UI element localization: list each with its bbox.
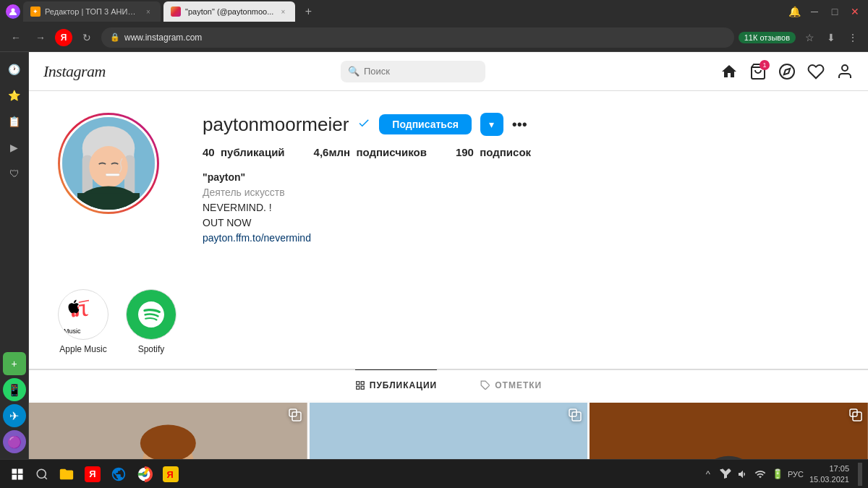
tray-volume[interactable] [736, 467, 750, 481]
url-text: www.instagram.com [124, 33, 726, 43]
main-area: 🕐 ⭐ 📋 ▶ 🛡 + 📱 ✈ 🟣 Instagram 🔍 [0, 52, 868, 459]
post-1[interactable] [29, 403, 307, 459]
post-2[interactable] [310, 403, 588, 459]
highlight-apple-music[interactable]: Music Apple Music [58, 289, 109, 354]
address-bar-right: ☆ ⬇ ⋮ [800, 28, 862, 47]
tray-wifi[interactable] [753, 467, 767, 481]
sidebar-whatsapp-icon[interactable]: 📱 [3, 378, 26, 401]
verified-icon [357, 116, 370, 133]
tab-instagram-title: "payton" (@paytonmoo... [185, 7, 273, 16]
svg-text:Я: Я [167, 468, 174, 479]
forward-button[interactable]: → [30, 27, 51, 48]
taskbar-clock: 17:05 15.03.2021 [809, 463, 849, 484]
taskbar-search-button[interactable] [32, 464, 52, 484]
post-3[interactable] [590, 403, 868, 459]
svg-text:Music: Music [64, 328, 81, 335]
sidebar-history-icon[interactable]: 🕐 [3, 58, 26, 81]
svg-point-10 [89, 146, 127, 187]
minimize-button[interactable]: ─ [807, 4, 822, 19]
sidebar-purple-icon[interactable]: 🟣 [3, 430, 26, 453]
title-bar-left: ✦ Редактор | ТОП 3 АНИМЕ × "payton" (@pa… [6, 1, 318, 22]
maximize-button[interactable]: □ [827, 4, 842, 19]
bookmark-addr-icon[interactable]: ☆ [800, 28, 819, 47]
sidebar-bookmark-icon[interactable]: ⭐ [3, 84, 26, 107]
instagram-search[interactable]: 🔍 [341, 61, 485, 82]
lock-icon: 🔒 [110, 33, 120, 42]
search-input[interactable] [364, 66, 478, 77]
profile-nav-icon[interactable] [836, 63, 854, 80]
tab-instagram-close[interactable]: × [278, 7, 288, 17]
followers-stat[interactable]: 4,6млн подписчиков [314, 146, 427, 158]
system-tray: ^ 🔋 РУС [701, 467, 804, 481]
profile-info: paytonmoormeier Подписаться ▾ ••• 40 [203, 113, 839, 246]
tab-editor[interactable]: ✦ Редактор | ТОП 3 АНИМЕ × [23, 1, 161, 22]
download-icon[interactable]: ⬇ [822, 28, 841, 47]
instagram-nav-icons: 1 [720, 63, 854, 80]
tab-tags[interactable]: ОТМЕТКИ [480, 369, 542, 401]
taskbar: Я Я ^ 🔋 РУС [0, 459, 868, 488]
taskbar-edge[interactable] [107, 463, 130, 486]
following-stat[interactable]: 190 подписок [456, 146, 531, 158]
browser-profile-icon[interactable] [6, 4, 20, 19]
tab-editor-close[interactable]: × [143, 7, 153, 17]
url-bar[interactable]: 🔒 www.instagram.com [101, 27, 734, 48]
reload-button[interactable]: ↻ [77, 27, 97, 48]
posts-count: 40 [203, 146, 215, 158]
post-2-multi-icon [569, 408, 582, 424]
follow-dropdown-button[interactable]: ▾ [480, 113, 503, 136]
followers-count: 4,6млн [314, 146, 351, 158]
sidebar-badge-icon[interactable]: 🛡 [3, 162, 26, 185]
tab-tags-label: ОТМЕТКИ [495, 380, 542, 390]
browser-sidebar: 🕐 ⭐ 📋 ▶ 🛡 + 📱 ✈ 🟣 [0, 52, 29, 459]
profile-top: paytonmoormeier Подписаться ▾ ••• 40 [58, 113, 839, 246]
search-icon: 🔍 [348, 66, 359, 77]
taskbar-yandex[interactable]: Я [81, 463, 104, 486]
svg-marker-3 [784, 68, 790, 74]
start-button[interactable] [6, 463, 29, 486]
review-badge[interactable]: 11К отзывов [739, 32, 796, 43]
home-icon[interactable] [720, 63, 738, 80]
yandex-icon: Я [55, 29, 72, 46]
taskbar-show-desktop[interactable] [858, 463, 862, 486]
compass-icon[interactable] [778, 63, 796, 80]
following-count: 190 [456, 146, 474, 158]
more-options-button[interactable]: ••• [512, 116, 527, 133]
instagram-profile: paytonmoormeier Подписаться ▾ ••• 40 [29, 91, 868, 275]
title-bar-controls: 🔔 ─ □ ✕ [787, 4, 862, 19]
shop-icon[interactable]: 1 [749, 63, 767, 80]
new-tab-button[interactable]: + [298, 1, 318, 22]
close-button[interactable]: ✕ [848, 4, 862, 19]
sidebar-bottom: + 📱 ✈ 🟣 [3, 352, 26, 453]
username: paytonmoormeier [203, 114, 349, 136]
bio-name: "payton" [203, 170, 839, 185]
tray-network[interactable] [718, 467, 733, 481]
heart-icon[interactable] [807, 63, 825, 80]
sidebar-green-icon[interactable]: + [3, 352, 26, 375]
posts-label: публикаций [221, 146, 285, 158]
follow-button[interactable]: Подписаться [379, 114, 472, 134]
browser-window: ✦ Редактор | ТОП 3 АНИМЕ × "payton" (@pa… [0, 0, 868, 488]
tab-instagram[interactable]: "payton" (@paytonmoo... × [163, 1, 295, 22]
tab-editor-title: Редактор | ТОП 3 АНИМЕ [45, 7, 139, 16]
posts-stat: 40 публикаций [203, 146, 285, 158]
svg-rect-11 [106, 174, 119, 176]
bio-link[interactable]: payton.ffm.to/nevermind [203, 232, 311, 244]
tray-lang: РУС [788, 470, 804, 479]
tab-publications[interactable]: ПУБЛИКАЦИИ [355, 369, 437, 401]
instagram-tabs: ПУБЛИКАЦИИ ОТМЕТКИ [29, 369, 868, 401]
notifications-icon[interactable]: 🔔 [787, 4, 801, 19]
taskbar-file-explorer[interactable] [55, 463, 78, 486]
back-button[interactable]: ← [6, 27, 26, 48]
tray-chevron[interactable]: ^ [701, 467, 715, 481]
svg-rect-46 [590, 403, 868, 459]
svg-rect-18 [361, 382, 364, 385]
sidebar-telegram-icon[interactable]: ✈ [3, 404, 26, 427]
sidebar-video-icon[interactable]: ▶ [3, 136, 26, 159]
sidebar-notes-icon[interactable]: 📋 [3, 110, 26, 133]
highlight-spotify[interactable]: Spotify [126, 289, 176, 354]
taskbar-yandex-browser[interactable]: Я [159, 463, 182, 486]
settings-addr-icon[interactable]: ⋮ [843, 28, 862, 47]
taskbar-chrome[interactable] [133, 463, 156, 486]
bio-category: Деятель искусств [203, 185, 839, 200]
highlight-spotify-label: Spotify [138, 344, 165, 354]
